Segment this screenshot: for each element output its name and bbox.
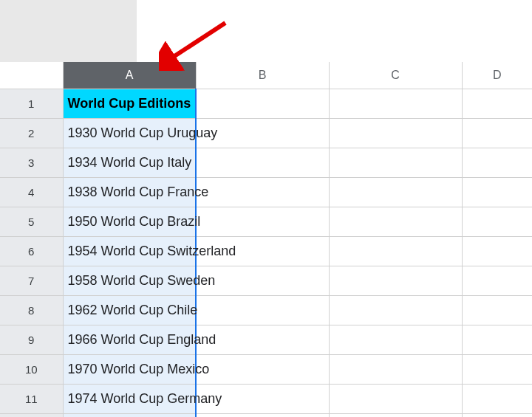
- cell-a4[interactable]: 1938 World Cup France: [63, 177, 196, 207]
- cell-c11[interactable]: [329, 384, 462, 413]
- cell-text: World Cup Editions: [68, 96, 191, 111]
- row-header[interactable]: 10: [0, 354, 63, 384]
- column-header-row[interactable]: A B C D: [0, 62, 532, 89]
- cell-d7[interactable]: [462, 266, 532, 295]
- cell-a2[interactable]: 1930 World Cup Uruguay: [63, 118, 196, 148]
- cell-c10[interactable]: [329, 354, 462, 384]
- cell-d1[interactable]: [462, 89, 532, 118]
- cell-text: 1970 World Cup Mexico: [68, 362, 210, 377]
- cell-b1[interactable]: [196, 89, 329, 118]
- table-row[interactable]: 9 1966 World Cup England: [0, 325, 532, 354]
- row-header[interactable]: 9: [0, 325, 63, 354]
- cell-b7[interactable]: [196, 266, 329, 295]
- row-header[interactable]: 6: [0, 236, 63, 266]
- table-row[interactable]: 5 1950 World Cup Brazil: [0, 207, 532, 236]
- cell-c5[interactable]: [329, 207, 462, 236]
- column-header-b[interactable]: B: [196, 62, 329, 89]
- cell-a1[interactable]: World Cup Editions: [63, 89, 196, 118]
- cell-b10[interactable]: [196, 354, 329, 384]
- row-header[interactable]: 2: [0, 118, 63, 148]
- cell-b5[interactable]: [196, 207, 329, 236]
- cell-d10[interactable]: [462, 354, 532, 384]
- cell-d9[interactable]: [462, 325, 532, 354]
- cell-c2[interactable]: [329, 118, 462, 148]
- cell-d6[interactable]: [462, 236, 532, 266]
- cell-text: 1958 World Cup Sweden: [68, 273, 216, 289]
- row-header[interactable]: 8: [0, 295, 63, 325]
- table-row[interactable]: 1 World Cup Editions: [0, 89, 532, 118]
- cell-a8[interactable]: 1962 World Cup Chile: [63, 295, 196, 325]
- row-header[interactable]: 1: [0, 89, 63, 118]
- table-row[interactable]: 2 1930 World Cup Uruguay: [0, 118, 532, 148]
- spreadsheet-grid[interactable]: A B C D 1 World Cup Editions 2 1930 Worl…: [0, 62, 532, 417]
- top-gray-box: [0, 0, 137, 62]
- cell-text: 1966 World Cup England: [68, 332, 216, 348]
- cell-d3[interactable]: [462, 148, 532, 177]
- cell-d5[interactable]: [462, 207, 532, 236]
- cell-b9[interactable]: [196, 325, 329, 354]
- table-row[interactable]: 12 1978 World Cup Argentina: [0, 413, 532, 417]
- table-row[interactable]: 6 1954 World Cup Switzerland: [0, 236, 532, 266]
- cell-c12[interactable]: [329, 413, 462, 417]
- cell-a3[interactable]: 1934 World Cup Italy: [63, 148, 196, 177]
- cell-c9[interactable]: [329, 325, 462, 354]
- column-header-d[interactable]: D: [462, 62, 532, 89]
- table-row[interactable]: 8 1962 World Cup Chile: [0, 295, 532, 325]
- cell-d12[interactable]: [462, 413, 532, 417]
- cell-b12[interactable]: [196, 413, 329, 417]
- cell-c3[interactable]: [329, 148, 462, 177]
- table-row[interactable]: 11 1974 World Cup Germany: [0, 384, 532, 413]
- cell-text: 1950 World Cup Brazil: [68, 214, 201, 230]
- cell-d4[interactable]: [462, 177, 532, 207]
- cell-b6[interactable]: [196, 236, 329, 266]
- cell-a9[interactable]: 1966 World Cup England: [63, 325, 196, 354]
- cell-b4[interactable]: [196, 177, 329, 207]
- row-header[interactable]: 4: [0, 177, 63, 207]
- cell-text: 1962 World Cup Chile: [68, 303, 198, 318]
- row-header[interactable]: 11: [0, 384, 63, 413]
- cell-text: 1934 World Cup Italy: [68, 155, 192, 170]
- cell-a5[interactable]: 1950 World Cup Brazil: [63, 207, 196, 236]
- cell-c8[interactable]: [329, 295, 462, 325]
- cell-text: 1938 World Cup France: [68, 185, 209, 200]
- cell-a7[interactable]: 1958 World Cup Sweden: [63, 266, 196, 295]
- table-row[interactable]: 4 1938 World Cup France: [0, 177, 532, 207]
- table-row[interactable]: 3 1934 World Cup Italy: [0, 148, 532, 177]
- table-row[interactable]: 7 1958 World Cup Sweden: [0, 266, 532, 295]
- column-header-a[interactable]: A: [63, 62, 196, 89]
- cell-a6[interactable]: 1954 World Cup Switzerland: [63, 236, 196, 266]
- row-header[interactable]: 3: [0, 148, 63, 177]
- table-row[interactable]: 10 1970 World Cup Mexico: [0, 354, 532, 384]
- cell-a12[interactable]: 1978 World Cup Argentina: [63, 413, 196, 417]
- row-header[interactable]: 7: [0, 266, 63, 295]
- cell-d11[interactable]: [462, 384, 532, 413]
- cell-b11[interactable]: [196, 384, 329, 413]
- row-header[interactable]: 5: [0, 207, 63, 236]
- cell-d8[interactable]: [462, 295, 532, 325]
- cell-c4[interactable]: [329, 177, 462, 207]
- cell-b2[interactable]: [196, 118, 329, 148]
- cell-c7[interactable]: [329, 266, 462, 295]
- cell-text: 1930 World Cup Uruguay: [68, 125, 218, 141]
- column-header-c[interactable]: C: [329, 62, 462, 89]
- top-blank-area: [0, 0, 532, 62]
- cell-a10[interactable]: 1970 World Cup Mexico: [63, 354, 196, 384]
- row-header[interactable]: 12: [0, 413, 63, 417]
- select-all-corner[interactable]: [0, 62, 63, 89]
- cell-b8[interactable]: [196, 295, 329, 325]
- cell-b3[interactable]: [196, 148, 329, 177]
- cell-d2[interactable]: [462, 118, 532, 148]
- cell-c1[interactable]: [329, 89, 462, 118]
- cell-a11[interactable]: 1974 World Cup Germany: [63, 384, 196, 413]
- cell-c6[interactable]: [329, 236, 462, 266]
- svg-line-1: [168, 23, 225, 61]
